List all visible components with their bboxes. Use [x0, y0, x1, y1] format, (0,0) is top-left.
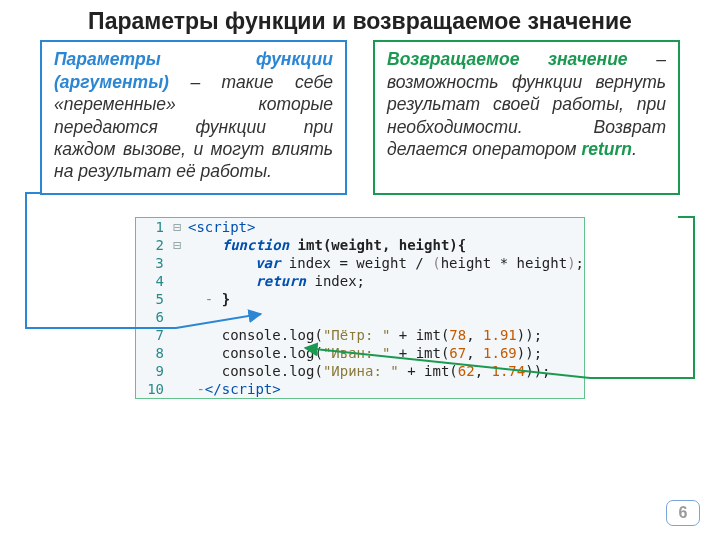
line-number: 4	[136, 272, 170, 290]
page-number-badge: 6	[666, 500, 700, 526]
fold-marker	[170, 308, 184, 326]
code-source: return index;	[184, 272, 365, 290]
fold-marker	[170, 326, 184, 344]
code-line: 2⊟ function imt(weight, height){	[136, 236, 584, 254]
code-source: console.log("Пётр: " + imt(78, 1.91));	[184, 326, 542, 344]
line-number: 6	[136, 308, 170, 326]
code-source: -</script>	[184, 380, 281, 398]
line-number: 1	[136, 218, 170, 236]
line-number: 8	[136, 344, 170, 362]
fold-marker: ⊟	[170, 236, 184, 254]
fold-marker	[170, 272, 184, 290]
fold-marker	[170, 254, 184, 272]
fold-marker	[170, 380, 184, 398]
code-line: 8 console.log("Иван: " + imt(67, 1.69));	[136, 344, 584, 362]
code-line: 3 var index = weight / (height * height)…	[136, 254, 584, 272]
line-number: 9	[136, 362, 170, 380]
return-keyword: return	[581, 139, 632, 159]
code-line: 6	[136, 308, 584, 326]
line-number: 2	[136, 236, 170, 254]
line-number: 5	[136, 290, 170, 308]
line-number: 3	[136, 254, 170, 272]
definition-boxes: Параметры функции (аргументы) – такие се…	[0, 38, 720, 194]
fold-marker	[170, 362, 184, 380]
line-number: 10	[136, 380, 170, 398]
code-source: <script>	[184, 218, 255, 236]
line-number: 7	[136, 326, 170, 344]
code-source: console.log("Иван: " + imt(67, 1.69));	[184, 344, 542, 362]
code-line: 9 console.log("Ирина: " + imt(62, 1.74))…	[136, 362, 584, 380]
code-source: - }	[184, 290, 230, 308]
code-source	[184, 308, 188, 326]
return-term: Возвращаемое значение	[387, 49, 628, 69]
fold-marker	[170, 290, 184, 308]
code-line: 5 - }	[136, 290, 584, 308]
page-title: Параметры функции и возвращаемое значени…	[0, 0, 720, 38]
code-line: 1⊟<script>	[136, 218, 584, 236]
code-line: 7 console.log("Пётр: " + imt(78, 1.91));	[136, 326, 584, 344]
fold-marker: ⊟	[170, 218, 184, 236]
code-line: 4 return index;	[136, 272, 584, 290]
code-source: var index = weight / (height * height);	[184, 254, 584, 272]
fold-marker	[170, 344, 184, 362]
code-line: 10 -</script>	[136, 380, 584, 398]
code-source: console.log("Ирина: " + imt(62, 1.74));	[184, 362, 551, 380]
code-block: 1⊟<script>2⊟ function imt(weight, height…	[135, 217, 585, 399]
code-source: function imt(weight, height){	[184, 236, 466, 254]
params-definition-box: Параметры функции (аргументы) – такие се…	[40, 40, 347, 194]
return-definition-box: Возвращаемое значение – возможность функ…	[373, 40, 680, 194]
return-text-post: .	[632, 139, 637, 159]
